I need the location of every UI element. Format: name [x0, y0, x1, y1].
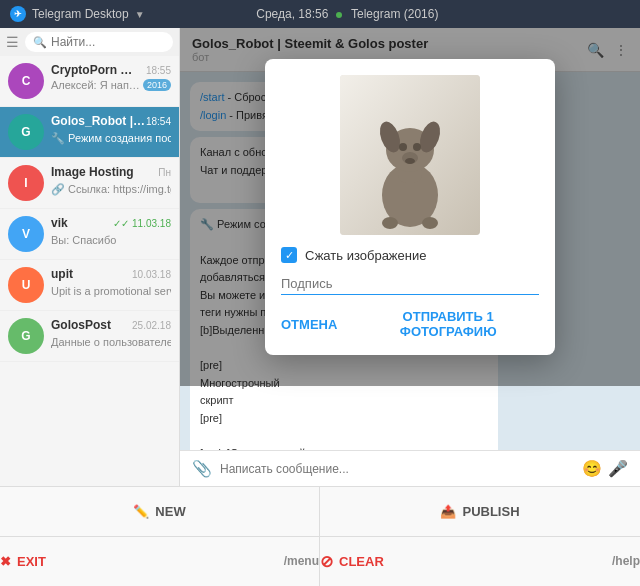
- compress-label: Сжать изображение: [305, 248, 426, 263]
- svg-point-10: [405, 158, 415, 164]
- exit-button[interactable]: ✖ EXIT /menu: [0, 537, 320, 587]
- chat-item-vik[interactable]: V vik ✓✓ 11.03.18 Вы: Спасибо: [0, 209, 179, 260]
- modal-actions: ОТМЕНА ОТПРАВИТЬ 1 ФОТОГРАФИЮ: [281, 309, 539, 339]
- clear-icon: ⊘: [320, 552, 333, 571]
- new-icon: ✏️: [133, 504, 149, 519]
- compress-row: ✓ Сжать изображение: [281, 247, 539, 263]
- attach-icon[interactable]: 📎: [192, 459, 212, 478]
- send-actions: 😊 🎤: [582, 459, 628, 478]
- photo-preview: [340, 75, 480, 235]
- search-icon: 🔍: [33, 36, 47, 49]
- search-box: 🔍: [25, 32, 173, 52]
- chat-content: vik ✓✓ 11.03.18 Вы: Спасибо: [51, 216, 171, 248]
- chat-preview: 🔧 Режим создания поста...: [51, 132, 171, 144]
- new-label: NEW: [155, 504, 185, 519]
- clear-button[interactable]: ⊘ CLEAR /help: [320, 537, 640, 587]
- help-cmd: /help: [612, 554, 640, 568]
- status-dot-icon: [336, 12, 342, 18]
- exit-icon: ✖: [0, 554, 11, 569]
- chat-preview: Данные о пользователе go...: [51, 336, 171, 348]
- chat-time: 10.03.18: [132, 269, 171, 280]
- chat-content: GolosPost 25.02.18 Данные о пользователе…: [51, 318, 171, 350]
- chat-item-golospost[interactable]: G GolosPost 25.02.18 Данные о пользовате…: [0, 311, 179, 362]
- dropdown-arrow-icon[interactable]: ▼: [135, 9, 145, 20]
- bottom-toolbar: ✏️ NEW 📤 PUBLISH ✖ EXIT /menu ⊘ CLEAR /h…: [0, 486, 640, 586]
- menu-cmd: /menu: [284, 554, 319, 568]
- sticker-icon[interactable]: 😊: [582, 459, 602, 478]
- caption-input[interactable]: [281, 273, 539, 295]
- title-bar-center: Среда, 18:56 Telegram (2016): [256, 7, 438, 21]
- chat-name: GolosPost: [51, 318, 111, 332]
- send-photo-button[interactable]: ОТПРАВИТЬ 1 ФОТОГРАФИЮ: [357, 309, 539, 339]
- sidebar: ☰ 🔍 C CryptoPorn 🍑 Д... 18:55 Алексей: Я…: [0, 28, 180, 486]
- chat-time: 18:54: [146, 116, 171, 127]
- modal-overlay: ✓ Сжать изображение ОТМЕНА ОТПРАВИТЬ 1 Ф…: [180, 28, 640, 386]
- datetime: Среда, 18:56: [256, 7, 328, 21]
- compress-checkbox[interactable]: ✓: [281, 247, 297, 263]
- chat-time: Пн: [158, 167, 171, 178]
- publish-button[interactable]: 📤 PUBLISH: [320, 487, 640, 537]
- chat-preview: Вы: Спасибо: [51, 234, 116, 246]
- chat-time: 18:55: [146, 65, 171, 76]
- publish-icon: 📤: [440, 504, 456, 519]
- chat-name: Golos_Robot | Steem...: [51, 114, 146, 128]
- input-bar: 📎 😊 🎤: [180, 450, 640, 486]
- chat-preview: Upit is a promotional servic...: [51, 285, 171, 297]
- publish-label: PUBLISH: [462, 504, 519, 519]
- chat-name: CryptoPorn 🍑 Д...: [51, 63, 146, 77]
- main-layout: ☰ 🔍 C CryptoPorn 🍑 Д... 18:55 Алексей: Я…: [0, 28, 640, 486]
- avatar: U: [8, 267, 44, 303]
- svg-point-8: [413, 143, 421, 151]
- avatar: G: [8, 318, 44, 354]
- modal-image-area: [281, 75, 539, 235]
- chat-name: upit: [51, 267, 73, 281]
- avatar: G: [8, 114, 44, 150]
- exit-label: EXIT: [17, 554, 46, 569]
- title-bar: ✈ Telegram Desktop ▼ Среда, 18:56 Telegr…: [0, 0, 640, 28]
- chat-item-image-hosting[interactable]: I Image Hosting Пн 🔗 Ссылка: https://img…: [0, 158, 179, 209]
- chat-content: Golos_Robot | Steem... 18:54 🔧 Режим соз…: [51, 114, 171, 146]
- microphone-icon[interactable]: 🎤: [608, 459, 628, 478]
- avatar: I: [8, 165, 44, 201]
- new-button[interactable]: ✏️ NEW: [0, 487, 320, 537]
- app-version: Telegram (2016): [351, 7, 438, 21]
- chat-preview: Алексей: Я написал-: [51, 79, 143, 91]
- chat-content: upit 10.03.18 Upit is a promotional serv…: [51, 267, 171, 299]
- clear-label: CLEAR: [339, 554, 384, 569]
- cancel-button[interactable]: ОТМЕНА: [281, 309, 337, 339]
- search-input[interactable]: [51, 35, 165, 49]
- svg-point-11: [382, 217, 398, 229]
- chat-preview: 🔗 Ссылка: https://img.tgla...: [51, 183, 171, 195]
- chat-item-golos-robot[interactable]: G Golos_Robot | Steem... 18:54 🔧 Режим с…: [0, 107, 179, 158]
- chat-content: Image Hosting Пн 🔗 Ссылка: https://img.t…: [51, 165, 171, 197]
- photo-modal: ✓ Сжать изображение ОТМЕНА ОТПРАВИТЬ 1 Ф…: [265, 59, 555, 355]
- avatar: V: [8, 216, 44, 252]
- chat-item-upit[interactable]: U upit 10.03.18 Upit is a promotional se…: [0, 260, 179, 311]
- hamburger-menu-icon[interactable]: ☰: [6, 34, 19, 50]
- app-title: Telegram Desktop: [32, 7, 129, 21]
- chat-item-cryptoporn[interactable]: C CryptoPorn 🍑 Д... 18:55 Алексей: Я нап…: [0, 56, 179, 107]
- chat-main: Golos_Robot | Steemit & Golos poster бот…: [180, 28, 640, 486]
- svg-point-12: [422, 217, 438, 229]
- telegram-icon: ✈: [10, 6, 26, 22]
- chat-content: CryptoPorn 🍑 Д... 18:55 Алексей: Я напис…: [51, 63, 171, 91]
- chat-name: Image Hosting: [51, 165, 134, 179]
- chat-time: 25.02.18: [132, 320, 171, 331]
- dog-photo-svg: [340, 75, 480, 235]
- chat-time: ✓✓ 11.03.18: [113, 218, 171, 229]
- chat-name: vik: [51, 216, 68, 230]
- title-bar-left: ✈ Telegram Desktop ▼: [10, 6, 145, 22]
- message-input[interactable]: [220, 462, 574, 476]
- chat-badge: 2016: [143, 79, 171, 91]
- avatar: C: [8, 63, 44, 99]
- svg-point-7: [399, 143, 407, 151]
